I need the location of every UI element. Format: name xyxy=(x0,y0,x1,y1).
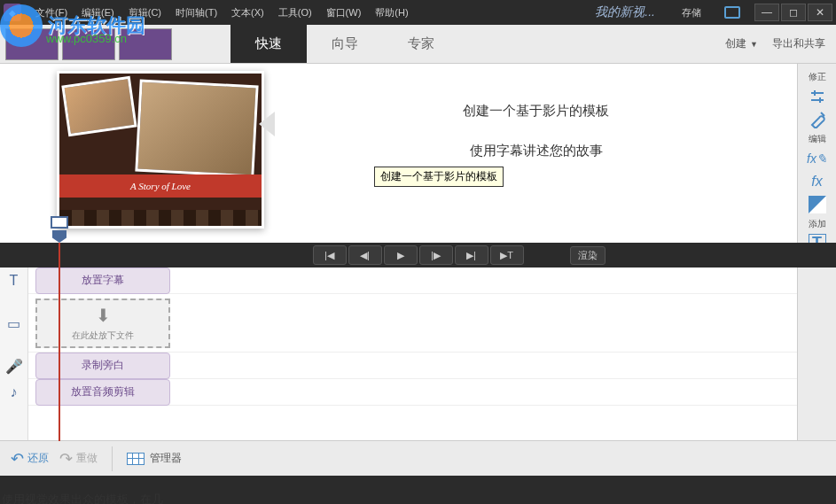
goto-start-button[interactable]: |◀ xyxy=(313,245,347,265)
tab-quick[interactable]: 快速 xyxy=(230,25,307,63)
step-back-button[interactable]: ◀| xyxy=(348,245,382,265)
timeline: T ▭ 🎤 ♪ 放置字幕 ⬇ 在此处放下文件 录制旁白 放置音频剪辑 xyxy=(0,268,836,440)
tab-guided[interactable]: 向导 xyxy=(307,25,383,63)
app-icon: ◆ xyxy=(4,4,21,21)
preview-photo-2 xyxy=(135,80,258,178)
narration-track-row[interactable]: 录制旁白 xyxy=(28,353,797,379)
narration-track-label[interactable]: 录制旁白 xyxy=(35,353,170,379)
menubar: ◆ 文件(F) 编辑(E) 剪辑(C) 时间轴(T) 文本(X) 工具(O) 窗… xyxy=(0,0,836,25)
bottom-bar: ↶ 还原 ↷ 重做 管理器 xyxy=(0,440,836,476)
menu-tools[interactable]: 工具(O) xyxy=(271,3,319,23)
timeline-track-icons: T ▭ 🎤 ♪ xyxy=(0,268,28,440)
export-button[interactable]: 导出和共享 xyxy=(772,36,825,51)
menu-window[interactable]: 窗口(W) xyxy=(319,3,369,23)
panel-fx-brush[interactable]: fx✎ xyxy=(800,149,835,168)
render-button[interactable]: 渲染 xyxy=(570,246,606,265)
video-track-icon[interactable]: ▭ xyxy=(0,294,27,353)
right-panel: 修正 编辑 fx✎ fx 添加 T xyxy=(797,64,836,243)
timeline-tracks[interactable]: 放置字幕 ⬇ 在此处放下文件 录制旁白 放置音频剪辑 xyxy=(28,268,797,440)
preview-ribbon: A Story of Love xyxy=(59,174,262,198)
fullscreen-icon[interactable] xyxy=(724,6,740,19)
template-preview: A Story of Love 使用视觉效果出众的模板，在几 xyxy=(0,64,275,243)
download-arrow-icon: ⬇ xyxy=(96,305,111,326)
narration-track-icon[interactable]: 🎤 xyxy=(0,353,27,379)
step-forward-button[interactable]: |▶ xyxy=(419,245,453,265)
audio-track-label[interactable]: 放置音频剪辑 xyxy=(35,379,170,406)
menu-help[interactable]: 帮助(H) xyxy=(368,3,415,23)
panel-color[interactable] xyxy=(800,195,835,214)
thumb-1[interactable] xyxy=(5,28,59,60)
menu-text[interactable]: 文本(X) xyxy=(224,3,271,23)
grid-icon xyxy=(127,453,145,465)
sliders-icon xyxy=(808,87,827,106)
drop-hint: 在此处放下文件 xyxy=(72,330,134,342)
panel-adjust[interactable] xyxy=(800,87,835,106)
title-track-icon[interactable]: T xyxy=(0,268,27,294)
template-item-2[interactable]: 使用字幕讲述您的故事 xyxy=(293,127,779,175)
content-area: A Story of Love 使用视觉效果出众的模板，在几 创建一个基于影片的… xyxy=(0,64,836,243)
title-track-label[interactable]: 放置字幕 xyxy=(35,268,170,294)
fx-icon: fx xyxy=(808,172,827,191)
organizer-button[interactable]: 管理器 xyxy=(127,451,182,466)
mode-bar: 快速 向导 专家 创建▼ 导出和共享 xyxy=(0,25,836,64)
playback-bar: |◀ ◀| ▶ |▶ ▶| ▶T 渲染 xyxy=(0,243,836,268)
audio-track-row[interactable]: 放置音频剪辑 xyxy=(28,379,797,406)
video-track-row[interactable]: ⬇ 在此处放下文件 xyxy=(28,294,797,353)
goto-marker-button[interactable]: ▶T xyxy=(490,245,524,265)
template-list: 创建一个基于影片的模板 创建一个基于影片的模板 使用字幕讲述您的故事 xyxy=(275,64,797,243)
undo-button[interactable]: ↶ 还原 xyxy=(11,449,49,469)
save-button[interactable]: 存储 xyxy=(673,3,710,23)
wrench-icon xyxy=(808,110,827,129)
playhead[interactable] xyxy=(59,243,60,441)
panel-tools[interactable] xyxy=(800,110,835,129)
menu-clip[interactable]: 剪辑(C) xyxy=(121,3,168,23)
tab-expert[interactable]: 专家 xyxy=(383,25,459,63)
thumb-2[interactable] xyxy=(62,28,115,60)
fx-brush-icon: fx✎ xyxy=(808,149,827,168)
ribbon-text: A Story of Love xyxy=(130,181,191,191)
pointer-arrow-icon xyxy=(259,112,275,136)
preview-card[interactable]: A Story of Love xyxy=(57,71,264,229)
title-track-row[interactable]: 放置字幕 xyxy=(28,268,797,294)
menu-file[interactable]: 文件(F) xyxy=(28,3,74,23)
goto-end-button[interactable]: ▶| xyxy=(455,245,488,265)
panel-fx[interactable]: fx xyxy=(800,172,835,191)
playhead-box-icon xyxy=(51,216,68,229)
menu-timeline[interactable]: 时间轴(T) xyxy=(168,3,224,23)
panel-fix[interactable]: 修正 xyxy=(800,71,835,83)
preview-photo-1 xyxy=(61,76,137,136)
minimize-button[interactable]: — xyxy=(754,4,779,21)
redo-icon: ↷ xyxy=(59,449,73,469)
close-button[interactable]: ✕ xyxy=(808,4,832,21)
panel-edit[interactable]: 编辑 xyxy=(800,133,835,145)
menu-edit[interactable]: 编辑(E) xyxy=(74,3,121,23)
audio-track-icon[interactable]: ♪ xyxy=(0,379,27,406)
tooltip: 创建一个基于影片的模板 xyxy=(374,167,504,187)
gradient-icon xyxy=(808,195,827,214)
chevron-down-icon: ▼ xyxy=(750,40,758,49)
undo-icon: ↶ xyxy=(11,449,24,469)
preview-filmstrip xyxy=(59,210,262,226)
redo-button[interactable]: ↷ 重做 xyxy=(59,449,98,469)
maximize-button[interactable]: ◻ xyxy=(781,4,806,21)
panel-add[interactable]: 添加 xyxy=(800,218,835,230)
video-drop-zone[interactable]: ⬇ 在此处放下文件 xyxy=(35,299,170,348)
divider xyxy=(112,446,113,471)
thumb-3[interactable] xyxy=(119,28,172,60)
play-button[interactable]: ▶ xyxy=(384,245,418,265)
mode-thumbnails xyxy=(0,28,177,60)
template-item-1[interactable]: 创建一个基于影片的模板 xyxy=(293,81,779,127)
template-description: 使用视觉效果出众的模板，在几 xyxy=(2,492,163,504)
project-name: 我的新视... xyxy=(584,4,666,20)
create-dropdown[interactable]: 创建▼ xyxy=(725,36,758,51)
